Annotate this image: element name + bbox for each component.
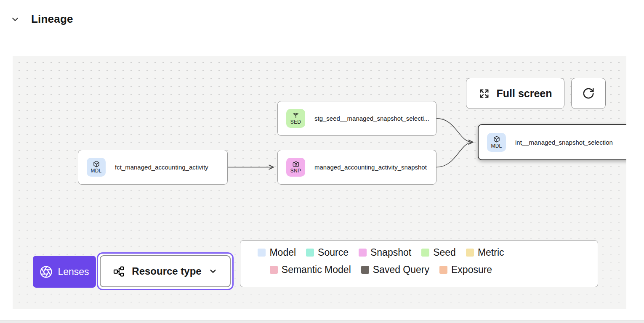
bottom-scrollbar-track[interactable]: [0, 320, 644, 323]
cube-icon: [493, 136, 500, 143]
chevron-down-icon[interactable]: [10, 14, 20, 24]
edge-snapshot-to-int: [436, 142, 473, 167]
node-managed-accounting-activity-snapshot[interactable]: SNP managed_accounting_activity_snapshot: [277, 150, 436, 185]
legend-item-snapshot: Snapshot: [359, 247, 411, 258]
node-label: managed_accounting_activity_snapshot: [314, 164, 427, 171]
badge-code: MDL: [91, 168, 102, 174]
refresh-button[interactable]: [571, 78, 606, 109]
badge-code: MDL: [491, 143, 502, 149]
legend-item-saved-query: Saved Query: [361, 264, 429, 275]
source-swatch: [306, 249, 314, 257]
resource-type-inner: Resource type: [100, 255, 231, 287]
snapshot-badge: SNP: [286, 158, 305, 177]
node-int-managed-snapshot-selection[interactable]: MDL int__managed_snapshot_selection: [478, 124, 626, 160]
resource-type-label: Resource type: [132, 265, 201, 277]
model-swatch: [258, 249, 266, 257]
node-label: fct_managed_accounting_activity: [115, 164, 208, 171]
page-title: Lineage: [31, 13, 73, 26]
seed-badge: SED: [286, 109, 305, 128]
node-label: int__managed_snapshot_selection: [515, 139, 613, 146]
node-label: stg_seed__managed_snapshot_selecti...: [314, 115, 429, 122]
legend-item-source: Source: [306, 247, 349, 258]
legend-item-metric: Metric: [466, 247, 504, 258]
badge-code: SED: [290, 119, 301, 125]
lenses-button[interactable]: Lenses: [33, 256, 96, 288]
snapshot-swatch: [359, 249, 367, 257]
lenses-label: Lenses: [58, 266, 89, 278]
node-fct-managed-accounting-activity[interactable]: MDL fct_managed_accounting_activity: [78, 150, 228, 185]
aperture-icon: [40, 265, 53, 278]
seedling-icon: [293, 112, 299, 119]
seed-swatch: [421, 249, 429, 257]
node-stg-seed[interactable]: SED stg_seed__managed_snapshot_selecti..…: [277, 101, 436, 136]
full-screen-button[interactable]: Full screen: [466, 78, 564, 109]
legend-item-semantic-model: Semantic Model: [270, 264, 351, 275]
badge-code: SNP: [290, 168, 301, 174]
legend-items: Model Source Snapshot Seed Metric Semant…: [253, 247, 509, 275]
full-screen-label: Full screen: [497, 87, 552, 100]
legend-item-seed: Seed: [421, 247, 456, 258]
cube-icon: [93, 161, 100, 167]
semantic-model-swatch: [270, 266, 278, 274]
expand-icon: [479, 88, 490, 99]
model-badge: MDL: [487, 133, 506, 152]
hierarchy-icon: [113, 265, 125, 278]
exposure-swatch: [439, 266, 447, 274]
edge-seed-to-int: [436, 119, 472, 143]
legend-panel: Model Source Snapshot Seed Metric Semant…: [240, 240, 598, 287]
refresh-icon: [582, 87, 595, 100]
model-badge: MDL: [87, 158, 106, 177]
resource-type-dropdown[interactable]: Resource type: [97, 252, 234, 290]
lineage-header: Lineage: [10, 13, 73, 26]
camera-icon: [293, 161, 299, 167]
lineage-page: Lineage SED stg_seed__managed_snapshot_s…: [0, 0, 644, 323]
legend-item-model: Model: [258, 247, 296, 258]
lineage-canvas[interactable]: SED stg_seed__managed_snapshot_selecti..…: [13, 56, 626, 309]
legend-item-exposure: Exposure: [439, 264, 492, 275]
chevron-down-icon: [208, 267, 218, 276]
metric-swatch: [466, 249, 474, 257]
saved-query-swatch: [361, 266, 369, 274]
